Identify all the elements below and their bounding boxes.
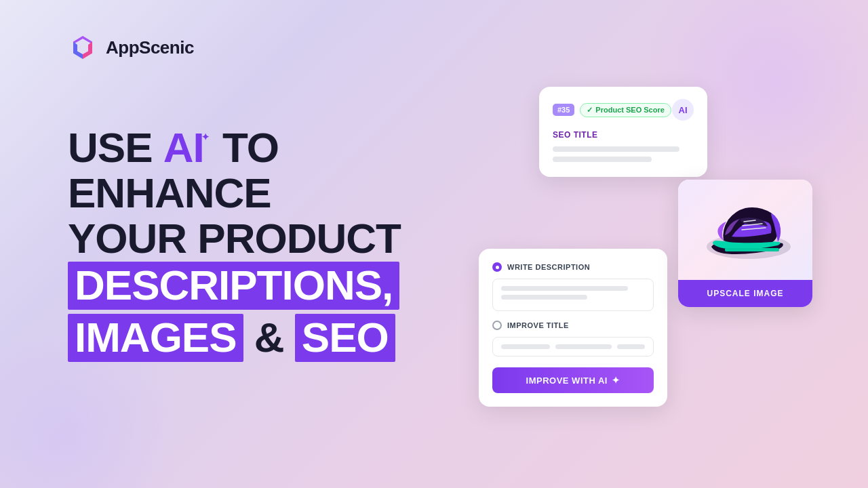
hero-line-5: IMAGES & SEO (68, 314, 401, 362)
logo-area: AppScenic (68, 33, 194, 62)
seo-card: #35 ✓ Product SEO Score AI SEO TITLE (539, 87, 707, 177)
improve-title-label: IMPROVE TITLE (507, 321, 569, 329)
svg-rect-5 (725, 248, 779, 251)
hero-line-3: YOUR PRODUCT (68, 216, 401, 262)
image-upscale-card: UPSCALE IMAGE (678, 180, 812, 307)
improve-title-row: IMPROVE TITLE (492, 321, 654, 330)
hero-line-4: DESCRIPTIONS, (68, 262, 401, 310)
hero-line-2: ENHANCE (68, 171, 401, 216)
title-line-2 (555, 344, 612, 349)
shoe-illustration (691, 189, 800, 270)
seo-content-lines (553, 146, 694, 162)
ai-label: AI (679, 105, 688, 115)
write-description-label: WRITE DESCRIPTION (507, 263, 590, 271)
shoe-image-area (678, 180, 812, 280)
check-icon: ✓ (587, 106, 593, 115)
seo-badge-group: #35 ✓ Product SEO Score (553, 103, 671, 117)
title-line-1 (501, 344, 550, 349)
hero-ai-text: AI✦ (163, 125, 212, 171)
description-input-box[interactable] (492, 279, 654, 311)
appscenic-logo-icon (68, 33, 98, 62)
improve-btn-label: IMPROVE WITH AI (526, 375, 608, 386)
seo-score-badge: ✓ Product SEO Score (580, 103, 671, 117)
hero-line-1: USE AI✦ TO (68, 125, 401, 171)
write-description-radio[interactable] (492, 262, 502, 272)
hero-use-text: USE (68, 124, 163, 171)
images-highlight: IMAGES (68, 314, 243, 362)
upscale-image-button[interactable]: UPSCALE IMAGE (678, 280, 812, 307)
desc-input-line-2 (501, 295, 587, 300)
sparkle-icon: ✦ (612, 375, 620, 386)
title-line-3 (617, 344, 645, 349)
write-description-row: WRITE DESCRIPTION (492, 262, 654, 272)
hero-to-text: TO (212, 124, 279, 171)
improve-with-ai-button[interactable]: IMPROVE WITH AI ✦ (492, 367, 654, 393)
brand-name: AppScenic (106, 37, 194, 58)
title-input-box[interactable] (492, 337, 654, 357)
seo-line-1 (553, 146, 679, 152)
ai-refresh-button[interactable]: AI (672, 99, 694, 121)
descriptions-highlight: DESCRIPTIONS, (68, 262, 399, 310)
seo-highlight: SEO (295, 314, 395, 362)
ampersand: & (254, 314, 295, 361)
sparkle-decoration: ✦ (201, 131, 209, 142)
description-card: WRITE DESCRIPTION IMPROVE TITLE IMPROVE … (479, 249, 667, 407)
radio-inner (496, 266, 499, 269)
improve-title-radio[interactable] (492, 321, 502, 330)
seo-title-label: SEO TITLE (553, 130, 694, 140)
hero-section: USE AI✦ TO ENHANCE YOUR PRODUCT DESCRIPT… (68, 125, 401, 362)
seo-number-badge: #35 (553, 104, 574, 116)
seo-card-header: #35 ✓ Product SEO Score AI (553, 99, 694, 121)
desc-input-line-1 (501, 286, 628, 291)
seo-line-2 (553, 157, 652, 162)
